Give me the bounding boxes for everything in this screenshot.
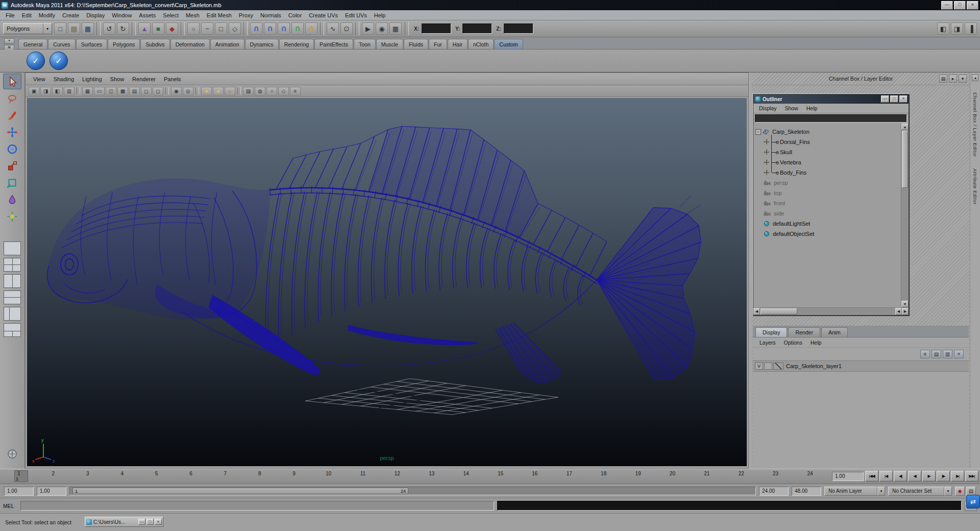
mask-handles-icon[interactable]: ◇ xyxy=(229,22,241,35)
paint-select-tool[interactable] xyxy=(3,107,21,123)
shelf-tab-curves[interactable]: Curves xyxy=(48,39,75,49)
toolbar-separator[interactable] xyxy=(243,22,248,35)
image-plane-icon[interactable]: ▥ xyxy=(64,87,75,95)
toolbar-separator[interactable] xyxy=(320,22,324,35)
rotate-tool[interactable] xyxy=(3,141,21,157)
shelf-tab-subdivs[interactable]: Subdivs xyxy=(140,39,169,49)
isolate-select-icon[interactable]: ◇ xyxy=(278,87,289,95)
anim-layer-value[interactable]: No Anim Layer xyxy=(824,487,877,496)
scroll-down-icon[interactable]: ▼ xyxy=(901,301,909,307)
new-empty-layer-icon[interactable]: ▤ xyxy=(932,350,941,358)
outliner-item-front[interactable]: front xyxy=(753,198,901,208)
step-forward-key-button[interactable]: ▶| xyxy=(951,471,964,481)
viewport-menu-panels[interactable]: Panels xyxy=(160,75,185,83)
menu-edit-uvs[interactable]: Edit UVs xyxy=(341,11,371,19)
animation-end-field[interactable]: 48.00 xyxy=(792,487,821,496)
menu-assets[interactable]: Assets xyxy=(135,11,159,19)
scroll-left-icon-2[interactable]: ◀ xyxy=(895,308,902,315)
mel-label[interactable]: MEL xyxy=(3,503,17,509)
mask-lines-icon[interactable]: − xyxy=(201,22,213,35)
textured-display-icon[interactable]: ▨ xyxy=(243,87,254,95)
step-forward-frame-button[interactable]: |▶ xyxy=(937,471,950,481)
maximize-button[interactable]: □ xyxy=(954,1,966,10)
scroll-right-icon[interactable]: ▶ xyxy=(902,308,909,315)
universal-manipulator-tool[interactable] xyxy=(3,175,21,190)
select-camera-icon[interactable]: ▣ xyxy=(29,87,39,95)
outliner-horizontal-scrollbar[interactable]: ◀ ◀ ▶ xyxy=(753,307,909,315)
snap-to-point-icon[interactable]: U xyxy=(278,22,290,35)
viewport-3d-view[interactable]: persp y x z xyxy=(27,98,747,466)
layer-editor-menu-options[interactable]: Options xyxy=(780,339,806,346)
construction-history-icon[interactable]: ∿ xyxy=(327,22,339,35)
y-coordinate-input[interactable] xyxy=(462,23,492,34)
auto-keyframe-button[interactable]: ◆ xyxy=(955,487,965,496)
menu-normals[interactable]: Normals xyxy=(257,11,285,19)
channel-speed-icon[interactable]: ▸ xyxy=(949,75,957,83)
outliner-title-bar[interactable]: Outliner —□× xyxy=(753,94,909,104)
select-object-icon[interactable]: ■ xyxy=(152,22,164,35)
character-set-value[interactable]: No Character Set xyxy=(888,487,944,496)
gate-mask-icon[interactable]: ▩ xyxy=(117,87,128,95)
outliner-item-defaultlightset[interactable]: defaultLightSet xyxy=(753,219,901,229)
shelf-tab-general[interactable]: General xyxy=(18,39,47,49)
layer-playback-toggle[interactable] xyxy=(764,363,772,370)
soft-mod-tool[interactable] xyxy=(3,191,21,207)
outliner-item-carp-skeleton[interactable]: −Carp_Skeleton xyxy=(753,127,901,137)
menu-color[interactable]: Color xyxy=(285,11,305,19)
animation-start-field[interactable]: 1.00 xyxy=(4,487,34,496)
no-construction-history-icon[interactable]: ∅ xyxy=(340,22,353,35)
show-manipulator-tool[interactable] xyxy=(3,208,21,224)
minimized-window[interactable]: C:\Users\Us... —□× xyxy=(85,517,163,527)
viewport-menu-lighting[interactable]: Lighting xyxy=(79,75,106,83)
title-bar[interactable]: M Autodesk Maya 2011 x64: D:\!September\… xyxy=(0,0,980,10)
tab-attribute-editor[interactable]: Attribute Editor xyxy=(972,168,978,205)
select-hierarchy-icon[interactable]: ▲ xyxy=(138,22,151,35)
ipr-render-icon[interactable]: ◉ xyxy=(376,22,388,35)
mask-faces-icon[interactable]: □ xyxy=(215,22,227,35)
lasso-tool[interactable] xyxy=(3,90,21,106)
shelf-tab-painteffects[interactable]: PaintEffects xyxy=(314,39,353,49)
shelf-tab-switcher-button[interactable]: ▾ xyxy=(4,38,14,44)
menu-help[interactable]: Help xyxy=(371,11,389,19)
close-button[interactable]: × xyxy=(967,1,978,10)
outliner-maximize-button[interactable]: □ xyxy=(890,95,898,103)
viewport-menu-show[interactable]: Show xyxy=(107,75,128,83)
scrollbar-thumb[interactable] xyxy=(902,131,908,188)
menu-mesh[interactable]: Mesh xyxy=(182,11,203,19)
viewport-menu-renderer[interactable]: Renderer xyxy=(129,75,159,83)
frame-all-icon[interactable]: ◉ xyxy=(171,87,182,95)
select-tool[interactable] xyxy=(3,74,21,89)
outliner-item-vertebra[interactable]: Vertebra xyxy=(753,157,901,167)
frame-selection-icon[interactable]: ◎ xyxy=(183,87,193,95)
range-slider[interactable]: 1 24 xyxy=(69,487,756,495)
character-set-dropdown[interactable]: No Character Set ▾ xyxy=(888,487,952,496)
snap-to-grid-icon[interactable]: U xyxy=(250,22,262,35)
open-attribute-editor-icon[interactable]: ◨ xyxy=(951,22,963,35)
scroll-up-icon[interactable]: ▲ xyxy=(901,124,909,130)
outliner-item-persp[interactable]: persp xyxy=(753,178,901,188)
layer-editor-tab-anim[interactable]: Anim xyxy=(821,327,848,337)
menu-display[interactable]: Display xyxy=(83,11,108,19)
default-lighting-icon[interactable]: ● xyxy=(201,87,212,95)
layer-editor-menu-layers[interactable]: Layers xyxy=(756,339,779,346)
safe-action-icon[interactable]: ◻ xyxy=(141,87,152,95)
custom-shelf-button-1[interactable]: ✓ xyxy=(27,52,45,70)
play-forwards-button[interactable]: ▶ xyxy=(922,471,936,481)
scroll-left-icon[interactable]: ◀ xyxy=(753,308,760,315)
outliner-item-skull[interactable]: Skull xyxy=(753,147,901,157)
range-slider-bar[interactable]: 1 24 xyxy=(72,488,408,494)
tab-channel-box-layer-editor[interactable]: Channel Box / Layer Editor xyxy=(972,92,978,157)
undo-icon[interactable]: ↺ xyxy=(103,22,115,35)
layer-editor-menu-help[interactable]: Help xyxy=(807,339,825,346)
toolbar-separator[interactable] xyxy=(132,22,136,35)
four-pane-layout[interactable] xyxy=(4,258,21,272)
outliner-item-side[interactable]: side xyxy=(753,208,901,219)
select-component-icon[interactable]: ◆ xyxy=(166,22,178,35)
viewport-menu-view[interactable]: View xyxy=(30,75,49,83)
redo-icon[interactable]: ↻ xyxy=(117,22,129,35)
minimize-button[interactable]: — xyxy=(941,1,953,10)
snap-to-plane-icon[interactable]: U xyxy=(291,22,304,35)
shelf-tab-custom[interactable]: Custom xyxy=(494,39,523,49)
persp-outliner-layout[interactable] xyxy=(4,307,21,321)
layer-visibility-toggle[interactable]: V xyxy=(755,363,763,370)
